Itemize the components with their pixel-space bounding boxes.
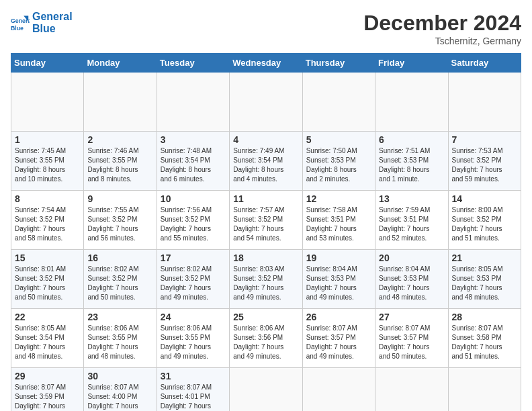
calendar-cell: 22 Sunrise: 8:05 AMSunset: 3:54 PMDaylig… <box>11 309 84 368</box>
calendar-cell: 31 Sunrise: 8:07 AMSunset: 4:01 PMDaylig… <box>157 368 229 412</box>
cell-info: Sunrise: 8:06 AMSunset: 3:55 PMDaylight:… <box>87 324 152 361</box>
day-number: 4 <box>233 134 298 145</box>
calendar-week-5: 29 Sunrise: 8:07 AMSunset: 3:59 PMDaylig… <box>11 368 521 412</box>
calendar-cell: 16 Sunrise: 8:02 AMSunset: 3:52 PMDaylig… <box>84 250 157 309</box>
calendar-week-4: 22 Sunrise: 8:05 AMSunset: 3:54 PMDaylig… <box>11 309 521 368</box>
calendar-cell: 13 Sunrise: 7:59 AMSunset: 3:51 PMDaylig… <box>375 191 448 250</box>
day-number: 14 <box>452 193 517 204</box>
day-number: 27 <box>379 312 444 322</box>
cell-info: Sunrise: 7:55 AMSunset: 3:52 PMDaylight:… <box>87 205 152 243</box>
calendar-cell: 8 Sunrise: 7:54 AMSunset: 3:52 PMDayligh… <box>11 191 84 250</box>
day-number: 28 <box>452 312 517 322</box>
calendar-cell: 29 Sunrise: 8:07 AMSunset: 3:59 PMDaylig… <box>11 368 84 412</box>
day-number: 6 <box>379 134 444 145</box>
calendar-week-0 <box>11 73 521 132</box>
month-title: December 2024 <box>363 11 521 36</box>
logo-line1: General <box>32 11 73 23</box>
calendar-cell: 14 Sunrise: 8:00 AMSunset: 3:52 PMDaylig… <box>448 191 521 250</box>
svg-text:Blue: Blue <box>11 24 24 31</box>
cell-info: Sunrise: 8:05 AMSunset: 3:53 PMDaylight:… <box>452 265 517 302</box>
day-number: 29 <box>15 371 80 381</box>
column-header-monday: Monday <box>84 54 157 73</box>
calendar-cell: 17 Sunrise: 8:02 AMSunset: 3:52 PMDaylig… <box>157 250 229 309</box>
title-block: December 2024 Tschernitz, Germany <box>363 11 521 46</box>
calendar-cell <box>84 73 157 132</box>
column-header-saturday: Saturday <box>448 54 521 73</box>
calendar-cell: 27 Sunrise: 8:07 AMSunset: 3:57 PMDaylig… <box>375 309 448 368</box>
calendar-cell: 23 Sunrise: 8:06 AMSunset: 3:55 PMDaylig… <box>84 309 157 368</box>
calendar-cell: 2 Sunrise: 7:46 AMSunset: 3:55 PMDayligh… <box>84 132 157 191</box>
calendar-cell: 15 Sunrise: 8:01 AMSunset: 3:52 PMDaylig… <box>11 250 84 309</box>
page-header: General Blue General Blue December 2024 … <box>11 11 521 46</box>
day-number: 1 <box>15 134 80 145</box>
calendar-week-3: 15 Sunrise: 8:01 AMSunset: 3:52 PMDaylig… <box>11 250 521 309</box>
cell-info: Sunrise: 7:46 AMSunset: 3:55 PMDaylight:… <box>87 146 152 184</box>
column-header-sunday: Sunday <box>11 54 84 73</box>
cell-info: Sunrise: 8:01 AMSunset: 3:52 PMDaylight:… <box>15 265 80 302</box>
cell-info: Sunrise: 8:07 AMSunset: 3:57 PMDaylight:… <box>306 324 371 361</box>
day-number: 8 <box>15 193 80 204</box>
day-number: 5 <box>306 134 371 145</box>
day-number: 30 <box>87 371 152 381</box>
cell-info: Sunrise: 7:54 AMSunset: 3:52 PMDaylight:… <box>15 205 80 243</box>
column-header-friday: Friday <box>375 54 448 73</box>
day-number: 10 <box>161 193 226 204</box>
column-header-wednesday: Wednesday <box>230 54 302 73</box>
calendar-cell <box>302 368 375 412</box>
calendar-week-1: 1 Sunrise: 7:45 AMSunset: 3:55 PMDayligh… <box>11 132 521 191</box>
calendar-cell <box>375 73 448 132</box>
day-number: 20 <box>379 253 444 263</box>
day-number: 23 <box>87 312 152 322</box>
calendar-cell <box>448 73 521 132</box>
cell-info: Sunrise: 7:58 AMSunset: 3:51 PMDaylight:… <box>306 205 371 243</box>
day-number: 15 <box>15 253 80 263</box>
cell-info: Sunrise: 8:02 AMSunset: 3:52 PMDaylight:… <box>87 265 152 302</box>
day-number: 19 <box>306 253 371 263</box>
cell-info: Sunrise: 7:57 AMSunset: 3:52 PMDaylight:… <box>233 205 298 243</box>
day-number: 13 <box>379 193 444 204</box>
cell-info: Sunrise: 7:45 AMSunset: 3:55 PMDaylight:… <box>15 146 80 184</box>
calendar-cell: 12 Sunrise: 7:58 AMSunset: 3:51 PMDaylig… <box>302 191 375 250</box>
calendar-cell <box>230 368 302 412</box>
calendar-cell <box>11 73 84 132</box>
calendar-cell <box>375 368 448 412</box>
cell-info: Sunrise: 7:49 AMSunset: 3:54 PMDaylight:… <box>233 146 298 184</box>
calendar-cell <box>157 73 229 132</box>
day-number: 21 <box>452 253 517 263</box>
cell-info: Sunrise: 8:07 AMSunset: 3:59 PMDaylight:… <box>15 383 80 411</box>
calendar-table: SundayMondayTuesdayWednesdayThursdayFrid… <box>11 53 521 411</box>
day-number: 11 <box>233 193 298 204</box>
day-number: 12 <box>306 193 371 204</box>
calendar-cell: 3 Sunrise: 7:48 AMSunset: 3:54 PMDayligh… <box>157 132 229 191</box>
calendar-week-2: 8 Sunrise: 7:54 AMSunset: 3:52 PMDayligh… <box>11 191 521 250</box>
location: Tschernitz, Germany <box>363 36 521 46</box>
cell-info: Sunrise: 8:04 AMSunset: 3:53 PMDaylight:… <box>306 265 371 302</box>
cell-info: Sunrise: 7:56 AMSunset: 3:52 PMDaylight:… <box>161 205 226 243</box>
cell-info: Sunrise: 8:07 AMSunset: 3:58 PMDaylight:… <box>452 324 517 361</box>
day-number: 7 <box>452 134 517 145</box>
cell-info: Sunrise: 8:00 AMSunset: 3:52 PMDaylight:… <box>452 205 517 243</box>
logo-line2: Blue <box>32 23 73 35</box>
calendar-cell: 30 Sunrise: 8:07 AMSunset: 4:00 PMDaylig… <box>84 368 157 412</box>
cell-info: Sunrise: 7:59 AMSunset: 3:51 PMDaylight:… <box>379 205 444 243</box>
calendar-cell: 21 Sunrise: 8:05 AMSunset: 3:53 PMDaylig… <box>448 250 521 309</box>
calendar-cell: 7 Sunrise: 7:53 AMSunset: 3:52 PMDayligh… <box>448 132 521 191</box>
logo-icon: General Blue <box>11 13 30 32</box>
calendar-cell: 26 Sunrise: 8:07 AMSunset: 3:57 PMDaylig… <box>302 309 375 368</box>
day-number: 2 <box>87 134 152 145</box>
calendar-cell: 19 Sunrise: 8:04 AMSunset: 3:53 PMDaylig… <box>302 250 375 309</box>
cell-info: Sunrise: 8:07 AMSunset: 3:57 PMDaylight:… <box>379 324 444 361</box>
day-number: 9 <box>87 193 152 204</box>
column-header-tuesday: Tuesday <box>157 54 229 73</box>
cell-info: Sunrise: 8:07 AMSunset: 4:01 PMDaylight:… <box>161 383 226 411</box>
cell-info: Sunrise: 8:04 AMSunset: 3:53 PMDaylight:… <box>379 265 444 302</box>
cell-info: Sunrise: 8:05 AMSunset: 3:54 PMDaylight:… <box>15 324 80 361</box>
cell-info: Sunrise: 7:51 AMSunset: 3:53 PMDaylight:… <box>379 146 444 184</box>
day-number: 25 <box>233 312 298 322</box>
cell-info: Sunrise: 8:02 AMSunset: 3:52 PMDaylight:… <box>161 265 226 302</box>
calendar-cell: 10 Sunrise: 7:56 AMSunset: 3:52 PMDaylig… <box>157 191 229 250</box>
cell-info: Sunrise: 7:48 AMSunset: 3:54 PMDaylight:… <box>161 146 226 184</box>
calendar-cell: 9 Sunrise: 7:55 AMSunset: 3:52 PMDayligh… <box>84 191 157 250</box>
calendar-cell: 5 Sunrise: 7:50 AMSunset: 3:53 PMDayligh… <box>302 132 375 191</box>
calendar-cell <box>230 73 302 132</box>
